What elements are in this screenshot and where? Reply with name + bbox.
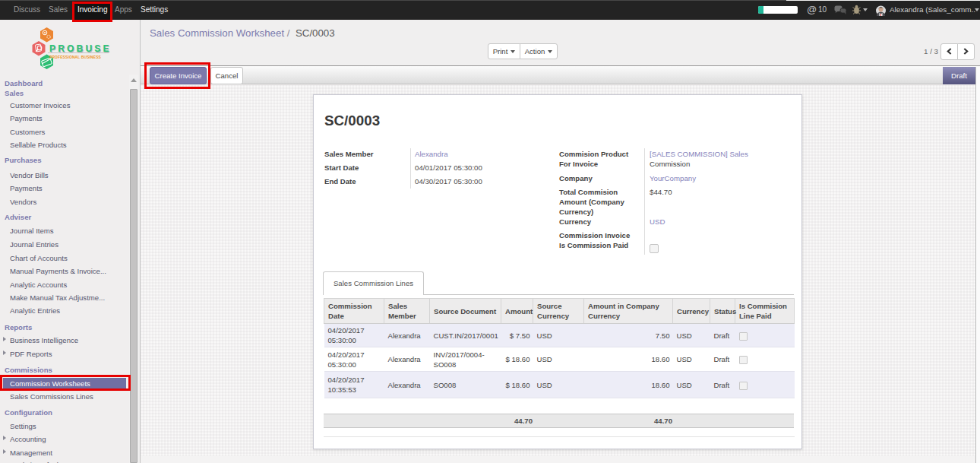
svg-text:PROBUSE: PROBUSE <box>49 43 112 54</box>
svg-text:PROFESSIONAL BUSINESS: PROFESSIONAL BUSINESS <box>49 55 102 59</box>
